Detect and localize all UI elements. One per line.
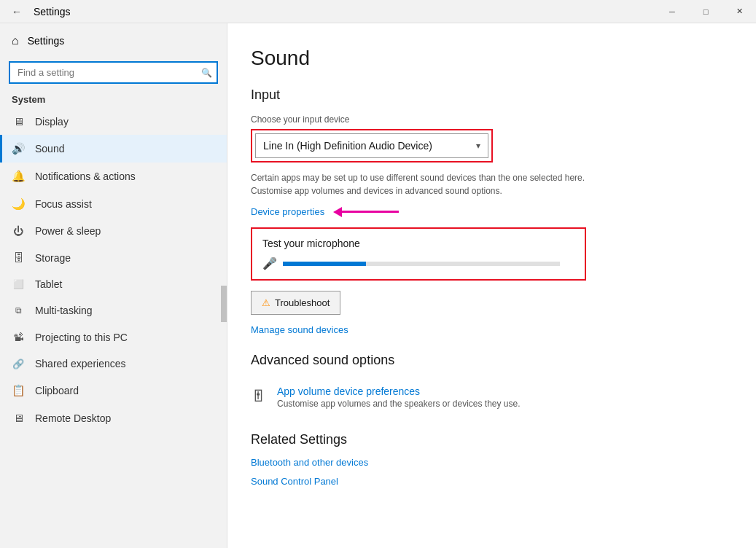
chevron-down-icon: ▾ <box>476 141 480 151</box>
display-icon: 🖥 <box>12 115 25 128</box>
note-text: Certain apps may be set up to use differ… <box>251 171 586 197</box>
sidebar-item-label: Storage <box>35 252 71 264</box>
sidebar-item-clipboard[interactable]: 📋 Clipboard <box>0 377 227 404</box>
titlebar-title: Settings <box>34 6 71 17</box>
sidebar-item-label: Remote Desktop <box>35 412 111 424</box>
restore-button[interactable]: □ <box>689 0 722 23</box>
troubleshoot-button[interactable]: ⚠ Troubleshoot <box>251 291 340 315</box>
device-properties-link[interactable]: Device properties <box>251 206 324 217</box>
sidebar-item-label: Clipboard <box>35 385 79 396</box>
titlebar-left: ← Settings <box>6 3 71 20</box>
adv-item-desc: Customise app volumes and the speakers o… <box>277 399 521 409</box>
shared-icon: 🔗 <box>12 359 25 369</box>
titlebar: ← Settings ─ □ ✕ <box>0 0 756 23</box>
close-button[interactable]: ✕ <box>722 0 756 23</box>
mic-meter-row: 🎤 <box>262 257 574 270</box>
sidebar-search-area: 🔍 <box>9 61 218 84</box>
remote-icon: 🖥 <box>12 412 25 424</box>
sidebar-item-power[interactable]: ⏻ Power & sleep <box>0 218 227 244</box>
page-title: Sound <box>251 47 721 70</box>
input-section-title: Input <box>251 87 721 103</box>
sidebar-item-sound[interactable]: 🔊 Sound <box>0 135 227 163</box>
sidebar-item-label: Focus assist <box>35 198 92 210</box>
sidebar-item-multitasking[interactable]: ⧉ Multi-tasking <box>0 297 227 324</box>
search-input[interactable] <box>9 61 218 84</box>
adv-item: 🎚 App volume device preferences Customis… <box>251 380 721 415</box>
titlebar-controls: ─ □ ✕ <box>655 0 756 23</box>
sidebar-item-focus[interactable]: 🌙 Focus assist <box>0 190 227 218</box>
system-section-label: System <box>0 90 227 108</box>
back-icon[interactable]: ← <box>6 3 28 20</box>
mic-bar-track <box>283 262 560 266</box>
projecting-icon: 📽 <box>12 331 25 343</box>
arrow-line <box>340 211 399 213</box>
sidebar-item-label: Power & sleep <box>35 225 101 237</box>
advanced-section: Advanced sound options 🎚 App volume devi… <box>251 353 721 415</box>
selected-device-text: Line In (High Definition Audio Device) <box>263 140 432 152</box>
related-section-title: Related Settings <box>251 432 721 447</box>
sidebar-item-label: Display <box>35 116 69 128</box>
sound-control-panel-link[interactable]: Sound Control Panel <box>251 476 338 487</box>
troubleshoot-label: Troubleshoot <box>275 297 330 308</box>
sidebar-item-storage[interactable]: 🗄 Storage <box>0 244 227 271</box>
sidebar-item-projecting[interactable]: 📽 Projecting to this PC <box>0 324 227 351</box>
sidebar-item-label: Notifications & actions <box>35 171 136 182</box>
sidebar-app-title: Settings <box>28 35 65 47</box>
settings-home-icon: ⌂ <box>12 34 19 47</box>
mixer-icon: 🎚 <box>251 387 267 406</box>
sidebar-header: ⌂ Settings <box>0 23 227 58</box>
advanced-section-title: Advanced sound options <box>251 353 721 368</box>
sidebar-item-label: Tablet <box>35 278 62 290</box>
sidebar-item-label: Sound <box>35 143 64 154</box>
notifications-icon: 🔔 <box>12 170 25 183</box>
choose-input-label: Choose your input device <box>251 114 721 125</box>
sidebar-item-shared[interactable]: 🔗 Shared experiences <box>0 351 227 377</box>
sound-icon: 🔊 <box>12 142 25 155</box>
mic-test-label: Test your microphone <box>262 238 574 249</box>
sidebar-item-tablet[interactable]: ⬜ Tablet <box>0 271 227 297</box>
sidebar-item-remote[interactable]: 🖥 Remote Desktop <box>0 404 227 431</box>
focus-icon: 🌙 <box>12 197 25 211</box>
input-device-select[interactable]: Line In (High Definition Audio Device) ▾ <box>255 133 488 158</box>
microphone-icon: 🎤 <box>262 257 277 270</box>
adv-item-text: App volume device preferences Customise … <box>277 385 521 409</box>
bluetooth-link[interactable]: Bluetooth and other devices <box>251 457 368 468</box>
sidebar-item-label: Shared experiences <box>35 358 126 369</box>
main-content: Sound Input Choose your input device Lin… <box>227 23 756 548</box>
manage-sound-devices-link[interactable]: Manage sound devices <box>251 324 348 335</box>
multitasking-icon: ⧉ <box>12 305 25 316</box>
arrow-annotation <box>333 207 399 217</box>
storage-icon: 🗄 <box>12 251 25 264</box>
sidebar-item-notifications[interactable]: 🔔 Notifications & actions <box>0 163 227 190</box>
minimize-button[interactable]: ─ <box>655 0 689 23</box>
power-icon: ⏻ <box>12 225 25 237</box>
device-properties-row: Device properties <box>251 206 721 217</box>
content-inner: Sound Input Choose your input device Lin… <box>227 23 756 516</box>
app-container: ⌂ Settings 🔍 System 🖥 Display 🔊 Sound 🔔 … <box>0 23 756 548</box>
clipboard-icon: 📋 <box>12 384 25 397</box>
sidebar-item-label: Projecting to this PC <box>35 332 128 343</box>
sidebar-item-label: Multi-tasking <box>35 305 93 316</box>
sidebar-item-display[interactable]: 🖥 Display <box>0 108 227 135</box>
warning-icon: ⚠ <box>262 297 270 308</box>
mic-bar-fill <box>283 262 366 266</box>
sidebar: ⌂ Settings 🔍 System 🖥 Display 🔊 Sound 🔔 … <box>0 23 227 548</box>
sidebar-scroll: 🖥 Display 🔊 Sound 🔔 Notifications & acti… <box>0 108 227 548</box>
tablet-icon: ⬜ <box>12 279 25 289</box>
device-dropdown-highlight: Line In (High Definition Audio Device) ▾ <box>251 129 493 163</box>
mic-test-box: Test your microphone 🎤 <box>251 227 586 281</box>
related-section: Related Settings Bluetooth and other dev… <box>251 432 721 487</box>
adv-item-title[interactable]: App volume device preferences <box>277 385 521 397</box>
